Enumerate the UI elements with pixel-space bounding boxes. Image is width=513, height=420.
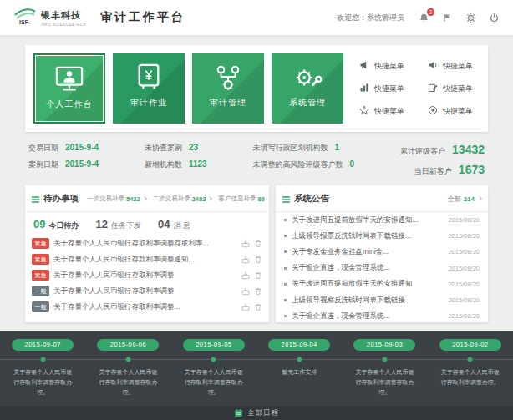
quick-menu-label: 快捷菜单 (374, 106, 404, 117)
calendar-icon (234, 406, 243, 420)
announcements-panel: 系统公告 全部214 关于改进周五提前放假半天的安排通知...2015/08/2… (276, 185, 488, 322)
counter-first-entry[interactable]: 一次交易补录5432 (87, 195, 146, 203)
quick-menu-item[interactable]: 快捷菜单 (428, 105, 473, 117)
todo-item[interactable]: 一般 关于存量个人人民币银行存取利率调整... (25, 299, 269, 315)
trash-icon[interactable] (254, 256, 262, 264)
archive-icon[interactable] (241, 240, 250, 248)
announcement-item[interactable]: 关于银企直连，现金管理系统...2015/08/20 (276, 261, 488, 276)
todo-item[interactable]: 紧急 关于存量个人人民币银行存取利率调整 (25, 267, 269, 283)
announcement-item[interactable]: 关于改进周五提前放假半天的安排通知2015/08/20 (276, 276, 488, 292)
quick-menu-item[interactable]: 快捷菜单 (359, 83, 404, 94)
tab-messages[interactable]: 04消 息 (158, 218, 190, 231)
quick-menu-item[interactable]: 快捷菜单 (359, 105, 404, 117)
tile-system-manage[interactable]: 系统管理 (272, 53, 343, 124)
bell-icon[interactable]: 2 (418, 12, 429, 23)
archive-icon[interactable] (241, 303, 250, 311)
horn-icon (359, 60, 369, 72)
tab-today-todo[interactable]: 09今日待办 (33, 218, 79, 231)
quick-menu: 快捷菜单 快捷菜单 快捷菜单 快捷菜单 (359, 60, 480, 117)
hamburger-icon (282, 191, 290, 206)
timeline-entry-text[interactable]: 关于存量个人人民币银行存取利率调整存取办理。 (171, 365, 256, 397)
archive-icon[interactable] (241, 287, 250, 296)
counter-customer-info[interactable]: 客户信息补录86 (218, 195, 269, 203)
stat-label: 当日新客户 (414, 166, 452, 177)
tile-label: 审计作业 (130, 97, 167, 109)
archive-icon[interactable] (241, 271, 250, 280)
announcement-date: 2015/08/20 (448, 296, 480, 304)
timeline-entry-text[interactable]: 暂无工作安排 (256, 365, 342, 397)
quick-menu-item[interactable]: 快捷菜单 (359, 60, 404, 72)
archive-icon[interactable] (241, 256, 250, 264)
counter-second-entry[interactable]: 二次交易补录2483 (153, 195, 212, 203)
bullet-icon (284, 315, 287, 317)
trash-icon[interactable] (254, 287, 262, 296)
speaker-icon (428, 60, 438, 72)
announcement-date: 2015/08/20 (448, 216, 480, 224)
todo-panel-header: 待办事项 一次交易补录5432 二次交易补录2483 客户信息补录86 (25, 185, 269, 212)
tab-task-dispatch[interactable]: 12任务下发 (95, 218, 140, 231)
timeline-date-pill: 2015-09-07 (12, 339, 74, 351)
gear-icon[interactable] (465, 12, 476, 23)
panels-row: 待办事项 一次交易补录5432 二次交易补录2483 客户信息补录86 09今日… (25, 185, 488, 322)
timeline-dot-icon (40, 357, 46, 362)
chevron-right-icon (477, 196, 482, 201)
quick-menu-label: 快捷菜单 (443, 106, 473, 117)
tile-label: 审计管理 (210, 97, 246, 109)
stat-label: 交易日期 (28, 143, 58, 154)
workbench-icon (53, 63, 85, 95)
announcement-item[interactable]: 上级领导视察反洗钱时间表下载链接2015/08/20 (276, 292, 488, 308)
timeline-entry-text[interactable]: 关于存量个人人民币银行存取利率调整办理。 (428, 365, 513, 397)
announcement-item[interactable]: 关于银企直连，现金管理系统...2015/08/20 (276, 308, 488, 322)
announcements-panel-header: 系统公告 全部214 (276, 185, 488, 212)
timeline-date-pill: 2015-09-03 (353, 339, 415, 351)
stat-value: 2015-9-4 (65, 159, 99, 169)
timeline-dates: 2015-09-07 2015-09-06 2015-09-05 2015-09… (0, 331, 513, 351)
chevron-right-icon (208, 196, 213, 201)
tile-personal-workbench[interactable]: 个人工作台 (33, 53, 105, 124)
stat-value: 23 (189, 143, 198, 152)
app-header: ISF 银丰科技 INFO SCIENCE&TECH 审计工作平台 欢迎您：系统… (0, 0, 513, 35)
notification-badge: 2 (427, 8, 434, 16)
announcements-all-link[interactable]: 全部214 (448, 195, 481, 204)
quick-menu-item[interactable]: 快捷菜单 (428, 60, 473, 72)
announcement-item[interactable]: 关于专发金业务金挂盘mini金...2015/08/20 (276, 244, 488, 260)
timeline-entry-text[interactable]: 关于存量个人人民币银行存取利率调整存取办理。 (342, 365, 427, 397)
todo-list: 紧急 关于存量个人人民币银行存取利率调整存取利率... 紧急 关于存量个人人民币… (25, 235, 269, 315)
trash-icon[interactable] (254, 303, 262, 311)
timeline-dot-icon (297, 357, 302, 362)
announcement-date: 2015/08/20 (448, 265, 480, 272)
todo-item[interactable]: 一般 关于存量个人人民币银行存取利率调整 (25, 283, 269, 299)
tile-audit-job[interactable]: 审计作业 (113, 53, 185, 124)
announcement-text: 关于专发金业务金挂盘mini金... (292, 247, 443, 257)
trash-icon[interactable] (254, 271, 262, 280)
power-icon[interactable] (488, 12, 500, 23)
timeline-entry-text[interactable]: 关于存量个人人民币银行存取利率调整存取办理。 (85, 365, 170, 397)
announcement-date: 2015/08/20 (448, 281, 480, 288)
tile-audit-manage[interactable]: 审计管理 (192, 53, 264, 124)
all-schedule-button[interactable]: 全部日程 (0, 406, 513, 420)
urgent-badge: 紧急 (32, 238, 49, 249)
audit-job-icon (133, 62, 165, 94)
todo-item-text: 关于存量个人人民币银行存取利率调整 (53, 286, 237, 296)
timeline-entry-text[interactable]: 关于存量个人人民币银行存取利率调整存取办理。 (0, 365, 85, 397)
trash-icon[interactable] (254, 240, 262, 248)
stat-value: 2015-9-4 (65, 143, 99, 152)
quick-menu-item[interactable]: 快捷菜单 (428, 83, 473, 94)
audit-manage-icon (212, 62, 244, 94)
timeline-date-pill: 2015-09-02 (439, 339, 501, 351)
todo-item-text: 关于存量个人人民币银行存取利率调整... (53, 302, 237, 312)
todo-item[interactable]: 紧急 关于存量个人人民币银行存款利率调整通知... (25, 251, 269, 267)
timeline-date-pill: 2015-09-06 (97, 339, 159, 351)
flag-icon[interactable] (441, 12, 453, 23)
bullet-icon (284, 235, 287, 237)
timeline-entries: 关于存量个人人民币银行存取利率调整存取办理。 关于存量个人人民币银行存取利率调整… (0, 365, 513, 397)
all-schedule-label: 全部日程 (247, 408, 279, 418)
logo-company-name-en: INFO SCIENCE&TECH (41, 23, 86, 27)
todo-item[interactable]: 紧急 关于存量个人人民币银行存取利率调整存取利率... (25, 235, 269, 251)
urgent-badge: 紧急 (32, 270, 49, 281)
stat-group-cases: 未协查案例23 新增机构数1123 (145, 143, 207, 177)
announcement-text: 关于改进周五提前放假半天的安排通知 (292, 279, 443, 289)
timeline-axis (0, 353, 513, 365)
announcement-item[interactable]: 关于改进周五提前放假半天的安排通知...2015/08/20 (276, 212, 488, 228)
announcement-item[interactable]: 上级领导报票反洗钱时间表下载链接...2015/08/20 (276, 228, 488, 244)
